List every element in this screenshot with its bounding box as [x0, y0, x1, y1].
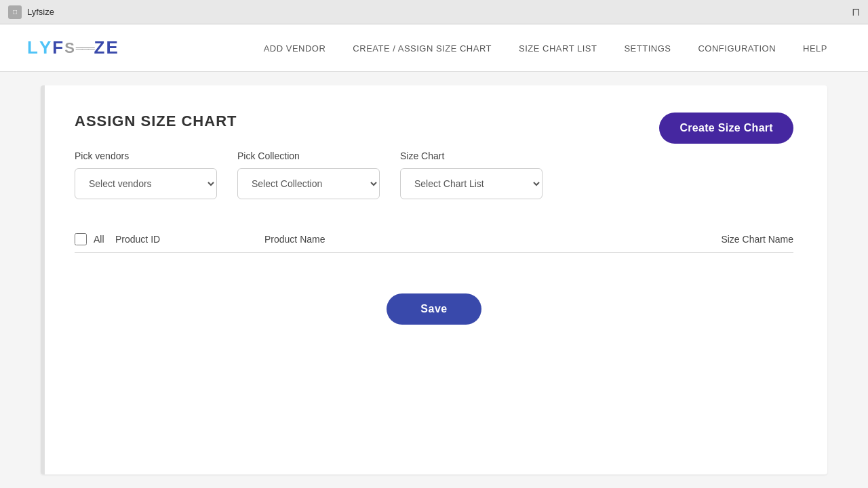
- create-size-chart-button[interactable]: Create Size Chart: [659, 113, 793, 144]
- product-id-column-header: Product ID: [115, 234, 264, 245]
- all-label: All: [94, 234, 104, 245]
- save-section: Save: [75, 293, 793, 325]
- tab-icon: □: [8, 5, 22, 19]
- content-wrapper: ASSIGN SIZE CHART Create Size Chart Pick…: [0, 72, 868, 488]
- logo-letter-l: L: [27, 37, 39, 58]
- navbar: L Y F S ═══ Z E ADD VENDOR CREATE / ASSI…: [0, 24, 868, 72]
- page: L Y F S ═══ Z E ADD VENDOR CREATE / ASSI…: [0, 24, 868, 488]
- logo-letter-s: S: [64, 39, 76, 57]
- content-card: ASSIGN SIZE CHART Create Size Chart Pick…: [41, 85, 827, 474]
- nav-link-add-vendor[interactable]: ADD VENDOR: [264, 43, 326, 54]
- nav-link-settings[interactable]: SETTINGS: [624, 43, 671, 54]
- browser-tab-bar: □ Lyfsize ⊓: [0, 0, 868, 24]
- nav-item-add-vendor[interactable]: ADD VENDOR: [264, 42, 326, 54]
- size-chart-name-column-header: Size Chart Name: [624, 234, 793, 245]
- pick-vendors-select[interactable]: Select vendors: [75, 168, 217, 199]
- product-name-column-header: Product Name: [264, 234, 624, 245]
- logo: L Y F S ═══ Z E: [27, 37, 119, 58]
- left-accent: [41, 85, 45, 474]
- nav-link-configuration[interactable]: CONFIGURATION: [698, 43, 776, 54]
- form-section: Pick vendors Select vendors Pick Collect…: [75, 150, 793, 199]
- nav-item-create-assign[interactable]: CREATE / ASSIGN SIZE CHART: [353, 42, 492, 54]
- nav-link-size-chart-list[interactable]: SIZE CHART LIST: [519, 43, 597, 54]
- logo-letter-y: Y: [39, 37, 52, 58]
- logo-letter-f: F: [52, 37, 64, 58]
- logo-letter-e: E: [106, 37, 119, 58]
- table-header: All Product ID Product Name Size Chart N…: [75, 226, 793, 253]
- logo-letter-z: Z: [94, 37, 106, 58]
- checkbox-column-header: All: [75, 233, 115, 245]
- save-button[interactable]: Save: [387, 293, 481, 325]
- nav-item-size-chart-list[interactable]: SIZE CHART LIST: [519, 42, 597, 54]
- browser-controls[interactable]: ⊓: [852, 5, 860, 18]
- size-chart-label: Size Chart: [400, 150, 542, 161]
- pick-vendors-label: Pick vendors: [75, 150, 217, 161]
- table-section: All Product ID Product Name Size Chart N…: [75, 226, 793, 253]
- pick-collection-group: Pick Collection Select Collection: [237, 150, 380, 199]
- nav-item-configuration[interactable]: CONFIGURATION: [698, 42, 776, 54]
- nav-links: ADD VENDOR CREATE / ASSIGN SIZE CHART SI…: [264, 42, 827, 54]
- nav-item-help[interactable]: HELP: [803, 42, 827, 54]
- nav-link-create-assign[interactable]: CREATE / ASSIGN SIZE CHART: [353, 43, 492, 54]
- pick-vendors-group: Pick vendors Select vendors: [75, 150, 217, 199]
- tab-title: Lyfsize: [27, 7, 54, 17]
- logo-dash: ═══: [76, 43, 94, 54]
- pick-collection-label: Pick Collection: [237, 150, 380, 161]
- pick-collection-select[interactable]: Select Collection: [237, 168, 380, 199]
- nav-link-help[interactable]: HELP: [803, 43, 827, 54]
- size-chart-select[interactable]: Select Chart List: [400, 168, 542, 199]
- select-all-checkbox[interactable]: [75, 233, 87, 245]
- nav-item-settings[interactable]: SETTINGS: [624, 42, 671, 54]
- size-chart-group: Size Chart Select Chart List: [400, 150, 542, 199]
